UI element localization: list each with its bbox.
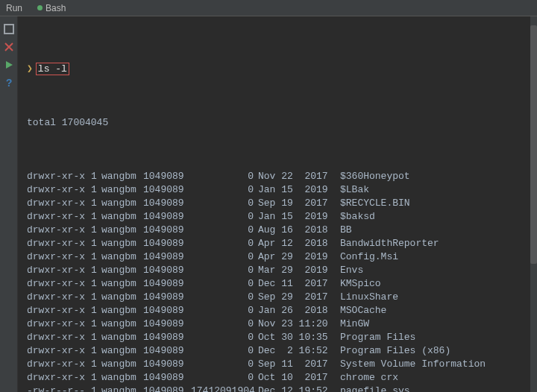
close-icon[interactable] [4,42,14,52]
cmd-ls: ls -l [36,63,69,75]
ls-row: drwxr-xr-x1wangbm10490890Mar 29 2019Envs [27,264,528,277]
terminal-output[interactable]: ❯ls -l total 17004045 drwxr-xr-x1wangbm1… [18,16,537,392]
tool-gutter: ? [0,16,18,392]
run-tabs: Bash [31,1,72,16]
tab-bash[interactable]: Bash [31,1,72,16]
ls-row: drwxr-xr-x1wangbm10490890Apr 12 2018Band… [27,237,528,250]
scrollbar-thumb[interactable] [530,25,537,264]
ls-row: drwxr-xr-x1wangbm10490890Oct 30 10:35Pro… [27,331,528,344]
stop-button[interactable] [4,24,14,34]
prompt-icon: ❯ [27,63,33,75]
ls-row: drwxr-xr-x1wangbm10490890Nov 22 2017$360… [27,170,528,183]
ls-row: -rw-r--r--1wangbm104908917412091904Dec 1… [27,385,528,392]
ls-row: drwxr-xr-x1wangbm10490890Nov 23 11:20Min… [27,317,528,331]
ls-row: drwxr-xr-x1wangbm10490890Oct 10 2017chro… [27,371,528,385]
ls-row: drwxr-xr-x1wangbm10490890Sep 11 2017Syst… [27,358,528,371]
tab-label: Bash [45,3,66,13]
ls-row: drwxr-xr-x1wangbm10490890Apr 29 2019Conf… [27,250,528,264]
ls-row: drwxr-xr-x1wangbm10490890Jan 15 2019$LBa… [27,183,528,197]
status-dot-icon [37,5,43,10]
total-line: total 17004045 [27,116,528,130]
help-icon[interactable]: ? [4,78,14,88]
ls-row: drwxr-xr-x1wangbm10490890Dec 11 2017KMSp… [27,277,528,291]
ls-row: drwxr-xr-x1wangbm10490890Sep 19 2017$REC… [27,197,528,210]
vertical-scrollbar[interactable] [530,16,537,392]
rerun-button[interactable] [4,60,14,70]
ls-row: drwxr-xr-x1wangbm10490890Aug 16 2018BB [27,224,528,237]
svg-rect-0 [4,25,13,34]
ls-row: drwxr-xr-x1wangbm10490890Jan 15 2019$bak… [27,210,528,224]
ls-row: drwxr-xr-x1wangbm10490890Jan 26 2018MSOC… [27,304,528,317]
ls-row: drwxr-xr-x1wangbm10490890Sep 29 2017Linu… [27,291,528,304]
svg-text:?: ? [6,78,12,88]
run-title: Run [6,3,22,13]
prompt-line: ❯ls -l [27,63,528,76]
run-window-header: Run Bash [0,0,537,16]
ls-row: drwxr-xr-x1wangbm10490890Dec 2 16:52Prog… [27,344,528,358]
